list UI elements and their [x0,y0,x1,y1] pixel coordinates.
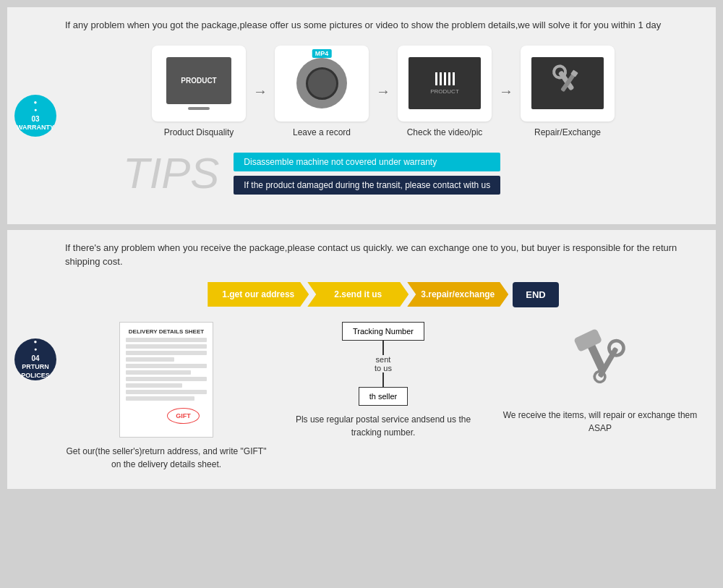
warranty-label: ● 03 WARRANTY [14,95,56,137]
return-section: ● 04 PRTURN POLICES If there's any probl… [7,230,716,489]
col-delivery: DELIVERY DETAILS SHEET GIFT [65,322,268,471]
warranty-text: WARRANTY [17,124,54,132]
product-icon: PRODUCT [166,57,231,104]
return-step-2: 2.send it us [307,282,408,307]
product-stand [188,107,210,110]
return-step-1: 1.get our address [208,282,309,307]
sheet-title: DELIVERY DETAILS SHEET [126,328,207,335]
svg-rect-5 [573,328,602,351]
tip-note-1: Disassemble machine not covered under wa… [234,153,500,171]
delivery-sheet-illustration: DELIVERY DETAILS SHEET GIFT [119,322,213,438]
flow-label-1: Product Disquality [164,127,234,137]
flow-item-4: Repair/Exchange [521,46,615,137]
tools-illustration [560,322,640,401]
tips-big-text: TIPS [123,152,219,195]
arrow-3: → [499,83,513,100]
return-number: 04 [31,354,39,363]
sheet-line-10 [126,396,194,401]
arrow-1: → [253,83,268,100]
sheet-line-8 [126,383,182,388]
camera-lens [306,67,338,100]
flow-item-3: PRODUCT Check the video/pic [398,46,492,137]
sheet-line-6 [126,370,191,375]
col1-text: Get our(the seller's)return address, and… [65,445,268,471]
sheet-line-2 [126,344,207,349]
sheet-line-1 [126,338,207,342]
sheet-line-7 [126,377,207,381]
warranty-flow: PRODUCT Product Disquality → MP4 Leave a… [65,46,701,137]
sheet-line-3 [126,351,207,355]
return-step-end: END [513,282,558,307]
return-label: ● 04 PRTURN POLICES [14,338,56,380]
sheet-line-9 [126,390,207,394]
tools-svg-icon [560,318,640,405]
flow-label-4: Repair/Exchange [534,127,601,137]
flow-item-2: MP4 Leave a record [275,46,369,137]
return-steps-row: 1.get our address 2.send it us 3.repair/… [65,282,701,307]
tracking-line-2 [382,372,384,387]
wrench-screwdriver-icon [548,64,588,103]
tracking-sent-label: sent to us [375,355,392,372]
return-bottom-cols: DELIVERY DETAILS SHEET GIFT [65,322,701,471]
arrow-2: → [376,83,390,100]
product-label-3: PRODUCT [430,88,459,95]
col-tools: We receive the items, will repair or exc… [499,322,701,435]
flow-item-1: PRODUCT Product Disquality [152,46,246,137]
col3-text: We receive the items, will repair or exc… [499,409,701,435]
tip-note-2: If the product damaged during the transi… [234,176,500,195]
sheet-lines [126,338,207,401]
repair-icon [531,57,604,109]
video-lines [435,72,455,85]
tracking-line-1 [382,341,384,355]
warranty-section: ● 03 WARRANTY If any problem when you go… [7,7,716,224]
mp4-badge: MP4 [312,49,332,58]
tips-notes: Disassemble machine not covered under wa… [234,153,500,195]
product-disquality-icon-box: PRODUCT [152,46,246,122]
col-tracking: Tracking Number sent to us th seller Pls… [282,322,484,439]
mp4-icon-box: MP4 [275,46,369,122]
warranty-intro: If any problem when you got the package,… [65,18,701,33]
warranty-number: 03 [31,114,39,124]
flow-label-3: Check the video/pic [407,127,483,137]
sheet-line-5 [126,364,207,368]
tips-section: TIPS Disassemble machine not covered und… [65,145,701,210]
video-icon: PRODUCT [408,57,481,109]
video-icon-box: PRODUCT [398,46,492,122]
tracking-flow: Tracking Number sent to us th seller [342,322,424,406]
gift-label: GIFT [167,408,200,424]
camera-body [296,58,347,108]
return-text1: PRTURN [22,363,49,372]
tracking-seller-box: th seller [359,387,408,406]
repair-icon-box [521,46,615,122]
tracking-number-box: Tracking Number [342,322,424,341]
tracking-label: Tracking Number [353,327,414,336]
col2-text: Pls use regular postal service andsend u… [282,413,484,439]
sheet-line-4 [126,357,174,362]
return-step-3: 3.repair/exchange [407,282,508,307]
return-intro: If there's any problem when you receive … [65,241,701,269]
seller-label: th seller [369,392,398,401]
flow-label-2: Leave a record [293,127,351,137]
return-text2: POLICES [21,372,50,380]
